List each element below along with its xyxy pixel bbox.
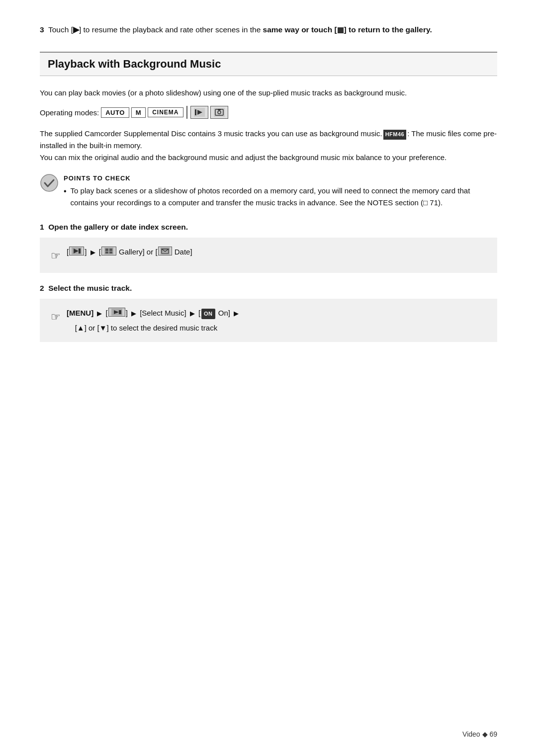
svg-rect-21: [119, 310, 121, 314]
hand-icon-2: ☞: [51, 308, 61, 326]
step-number: 3: [40, 25, 44, 34]
hand-icon-1: ☞: [51, 247, 61, 265]
arrow-4: ▶: [190, 308, 195, 319]
page-footer: Video ◆ 69: [462, 730, 497, 738]
section-header: Playback with Background Music: [40, 52, 497, 76]
step-1-num: 1 Open the gallery or date index screen.: [40, 223, 188, 231]
bullet-dot: •: [64, 187, 67, 196]
operating-modes-row: Operating modes: AUTO M CINEMA: [40, 106, 497, 119]
step-2-num: 2 Select the music track.: [40, 284, 132, 292]
mode-icon-photo: [210, 106, 228, 119]
svg-rect-13: [109, 249, 112, 251]
arrow-1: ▶: [90, 247, 95, 258]
points-to-check-title: POINTS TO CHECK: [64, 174, 497, 182]
svg-point-7: [41, 174, 58, 191]
points-to-check-block: POINTS TO CHECK • To play back scenes or…: [40, 174, 497, 214]
step-1-instruction-box: ☞ [] ▶ [ Gallery] or [ Date]: [40, 238, 497, 273]
mode-cinema: CINEMA: [148, 107, 183, 117]
arrow-2: ▶: [97, 308, 102, 319]
points-to-check-icon: [40, 173, 59, 192]
mode-icon-playback: [190, 106, 208, 119]
svg-rect-10: [79, 249, 81, 253]
mode-auto: AUTO: [101, 107, 129, 118]
body-text-1: The supplied Camcorder Supplemental Disc…: [40, 128, 497, 164]
mode-m: M: [131, 107, 146, 118]
points-to-check-body: To play back scenes or a slideshow of ph…: [71, 185, 497, 209]
mode-divider: [186, 106, 187, 119]
step-1-heading: 1 Open the gallery or date index screen.: [40, 223, 497, 232]
step-1-instruction-text: [] ▶ [ Gallery] or [ Date]: [67, 248, 192, 256]
step-2-heading: 2 Select the music track.: [40, 284, 497, 293]
hfm46-badge: HFM46: [383, 130, 407, 140]
svg-rect-12: [105, 249, 108, 251]
gallery-icon-bracket: [101, 247, 116, 255]
operating-modes-label: Operating modes:: [40, 108, 99, 117]
svg-rect-6: [218, 109, 221, 110]
step-2-line-2: [▲] or [▼] to select the desired music t…: [67, 322, 486, 335]
date-icon-bracket: [158, 247, 172, 255]
points-to-check-item: • To play back scenes or a slideshow of …: [64, 185, 497, 209]
points-to-check-list: • To play back scenes or a slideshow of …: [64, 185, 497, 209]
step-2-instruction-box: ☞ [MENU] ▶ [] ▶ [Select Music] ▶ [ON On]…: [40, 299, 497, 342]
step-2-line-1: [MENU] ▶ [] ▶ [Select Music] ▶ [ON On] ▶: [67, 309, 240, 317]
arrow-5: ▶: [234, 308, 239, 319]
on-badge: ON: [201, 309, 215, 319]
arrow-3: ▶: [131, 308, 136, 319]
step-2-instruction-content: [MENU] ▶ [] ▶ [Select Music] ▶ [ON On] ▶…: [67, 307, 486, 334]
step-1-instruction-content: [] ▶ [ Gallery] or [ Date]: [67, 246, 486, 258]
settings-icon-bracket: [108, 308, 125, 317]
section-title: Playback with Background Music: [48, 58, 489, 71]
menu-label: [MENU]: [67, 309, 93, 317]
body-text-1b: : The music files come pre-installed in …: [40, 129, 497, 150]
svg-rect-14: [105, 252, 108, 253]
playback-icon-bracket: [69, 247, 84, 255]
intro-paragraph: 3 Touch [▶] to resume the playback and r…: [40, 24, 497, 36]
points-to-check-content: POINTS TO CHECK • To play back scenes or…: [64, 174, 497, 214]
svg-rect-2: [195, 109, 196, 115]
svg-rect-15: [109, 252, 112, 253]
intro-body: You can play back movies (or a photo sli…: [40, 87, 497, 99]
page-number: Video ◆ 69: [462, 730, 497, 738]
